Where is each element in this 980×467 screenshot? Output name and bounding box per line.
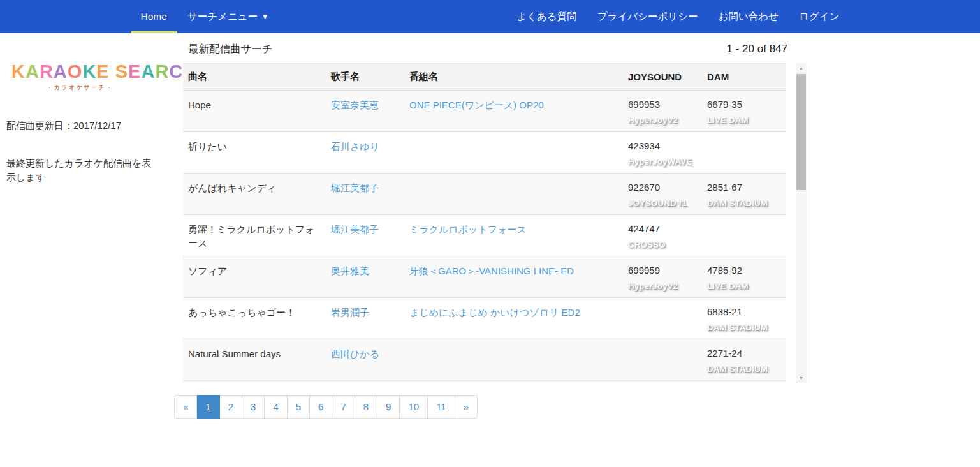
joysound-code: 423934	[628, 140, 697, 152]
dam-code: 4785-92	[707, 264, 780, 277]
header-program: 番組名	[404, 64, 623, 91]
karaoke-search-logo[interactable]: KARAOKE SEARCH ・カラオケサーチ・	[11, 61, 178, 92]
joysound-model-badge: CROSSO	[628, 240, 697, 249]
joysound-model-badge: HyperJoyV2	[628, 115, 697, 125]
artist-link[interactable]: 岩男潤子	[331, 306, 369, 319]
page-number-3[interactable]: 3	[242, 395, 265, 419]
artist-link[interactable]: 石川さゆり	[331, 140, 379, 153]
song-name: がんばれキャンディ	[183, 174, 326, 215]
logo-letter: R	[155, 61, 169, 82]
song-name: あっちゃこっちゃゴー！	[183, 298, 326, 339]
program-link[interactable]: ONE PIECE(ワンピース) OP20	[409, 98, 544, 112]
nav-right-group: よくある質問 プライバシーポリシー お問い合わせ ログイン	[506, 0, 849, 33]
nav-left-group: Home サーチメニュー ▼	[131, 0, 279, 33]
joysound-model-badge: HyperJoyWAVE	[628, 157, 697, 167]
logo-wordmark: KARAOKE SEARCH	[11, 61, 178, 82]
header-song: 曲名	[183, 64, 326, 91]
nav-item-privacy-policy[interactable]: プライバシーポリシー	[587, 0, 708, 33]
nav-item-contact[interactable]: お問い合わせ	[708, 0, 789, 33]
result-count: 1 - 20 of 847	[727, 43, 787, 56]
logo-letter: R	[40, 61, 54, 82]
page-number-10[interactable]: 10	[400, 395, 428, 419]
caret-down-icon: ▼	[261, 13, 268, 20]
joysound-code: 699953	[628, 98, 697, 111]
dam-model-badge: DAM STADIUM	[707, 364, 780, 374]
artist-link[interactable]: 安室奈美恵	[331, 98, 379, 112]
page-prev[interactable]: «	[174, 395, 197, 419]
song-name: 勇躍！ミラクルロボットフォース	[183, 215, 326, 256]
songs-table: 曲名 歌手名 番組名 JOYSOUND DAM Hope 安室奈美恵 ONE P…	[183, 63, 786, 383]
artist-link[interactable]: 堀江美都子	[331, 181, 379, 195]
logo-letter: K	[82, 61, 96, 82]
scrollbar-down-icon[interactable]: ▼	[796, 373, 807, 383]
logo-letter: C	[169, 61, 183, 82]
page-number-7[interactable]: 7	[332, 395, 355, 419]
joysound-code: 922670	[628, 181, 697, 194]
page-number-11[interactable]: 11	[428, 395, 455, 419]
song-name: Hope	[183, 91, 326, 132]
nav-item-search-menu[interactable]: サーチメニュー ▼	[177, 0, 279, 33]
table-row: ソフィア 奥井雅美 牙狼＜GARO＞-VANISHING LINE- ED 69…	[183, 256, 786, 298]
header-dam: DAM	[702, 64, 786, 91]
header-artist: 歌手名	[326, 64, 404, 91]
table-viewport: 曲名 歌手名 番組名 JOYSOUND DAM Hope 安室奈美恵 ONE P…	[183, 63, 807, 383]
joysound-model-badge: JOYSOUND f1	[628, 198, 697, 208]
scrollbar-up-icon[interactable]: ▲	[796, 63, 807, 73]
program-link[interactable]: 牙狼＜GARO＞-VANISHING LINE- ED	[409, 264, 574, 278]
dam-code: 2851-67	[707, 181, 780, 194]
dam-model-badge: LIVE DAM	[707, 281, 780, 291]
logo-letter: O	[68, 61, 83, 82]
update-date-text: 配信曲更新日：2017/12/17	[6, 120, 178, 132]
sidebar: KARAOKE SEARCH ・カラオケサーチ・ 配信曲更新日：2017/12/…	[0, 33, 183, 419]
artist-link[interactable]: 奥井雅美	[331, 264, 369, 278]
table-row: Hope 安室奈美恵 ONE PIECE(ワンピース) OP20 699953 …	[183, 91, 786, 132]
page-number-8[interactable]: 8	[355, 395, 377, 419]
logo-letter: E	[128, 61, 141, 82]
navbar-container: Home サーチメニュー ▼ よくある質問 プライバシーポリシー お問い合わせ …	[131, 0, 850, 33]
navbar: Home サーチメニュー ▼ よくある質問 プライバシーポリシー お問い合わせ …	[0, 0, 980, 33]
logo-letter: K	[11, 61, 26, 82]
joysound-code: 699959	[628, 264, 697, 277]
song-name: ソフィア	[183, 256, 326, 298]
site-description: 最終更新したカラオケ配信曲を表示します	[6, 156, 159, 184]
artist-link[interactable]: 堀江美都子	[331, 223, 379, 236]
page-number-4[interactable]: 4	[265, 395, 287, 419]
nav-item-faq[interactable]: よくある質問	[506, 0, 587, 33]
logo-subtitle: ・カラオケサーチ・	[11, 84, 149, 92]
page-number-2[interactable]: 2	[220, 395, 242, 419]
logo-letter: A	[141, 61, 155, 82]
song-name: がんばれゴンベ	[183, 381, 326, 383]
joysound-model-badge: HyperJoyV2	[628, 281, 697, 291]
main-panel: 最新配信曲サーチ 1 - 20 of 847 曲名 歌手名 番組名 JOYSOU…	[183, 33, 807, 419]
dam-code: 6838-21	[707, 306, 780, 318]
page-number-6[interactable]: 6	[310, 395, 332, 419]
logo-letter: A	[54, 61, 68, 82]
song-name: 祈りたい	[183, 132, 326, 174]
song-name: Natural Summer days	[183, 339, 326, 381]
scrollbar-thumb[interactable]	[796, 74, 806, 190]
page-number-1[interactable]: 1	[197, 395, 219, 419]
joysound-code: 424747	[628, 223, 697, 235]
page-number-9[interactable]: 9	[377, 395, 400, 419]
table-row: あっちゃこっちゃゴー！ 岩男潤子 まじめにふまじめ かいけつゾロリ ED2 68…	[183, 298, 786, 339]
title-row: 最新配信曲サーチ 1 - 20 of 847	[183, 42, 807, 56]
dam-model-badge: DAM STADIUM	[707, 198, 780, 208]
table-header-row: 曲名 歌手名 番組名 JOYSOUND DAM	[183, 64, 786, 91]
dam-code: 2271-24	[707, 347, 780, 360]
table-scrollbar[interactable]: ▲ ▼	[796, 63, 807, 383]
table-row: Natural Summer days 西田ひかる 2271-24 DAM ST…	[183, 339, 786, 381]
dam-code: 6679-35	[707, 98, 780, 111]
page-next[interactable]: »	[455, 395, 478, 419]
program-link[interactable]: ミラクルロボットフォース	[409, 223, 527, 236]
logo-letter	[110, 61, 115, 82]
page-title: 最新配信曲サーチ	[188, 42, 273, 56]
nav-item-login[interactable]: ログイン	[789, 0, 849, 33]
page-number-5[interactable]: 5	[288, 395, 310, 419]
program-link[interactable]: まじめにふまじめ かいけつゾロリ ED2	[409, 306, 580, 319]
artist-link[interactable]: 西田ひかる	[331, 347, 379, 360]
nav-item-home[interactable]: Home	[131, 0, 177, 33]
pagination: «1234567891011»	[174, 395, 807, 419]
table-row: 祈りたい 石川さゆり 423934 HyperJoyWAVE	[183, 132, 786, 174]
logo-letter: E	[96, 61, 109, 82]
table-row: がんばれゴンベ こおろぎ'73 がんばれゴンベ OP 88262 2910-35	[183, 381, 786, 383]
